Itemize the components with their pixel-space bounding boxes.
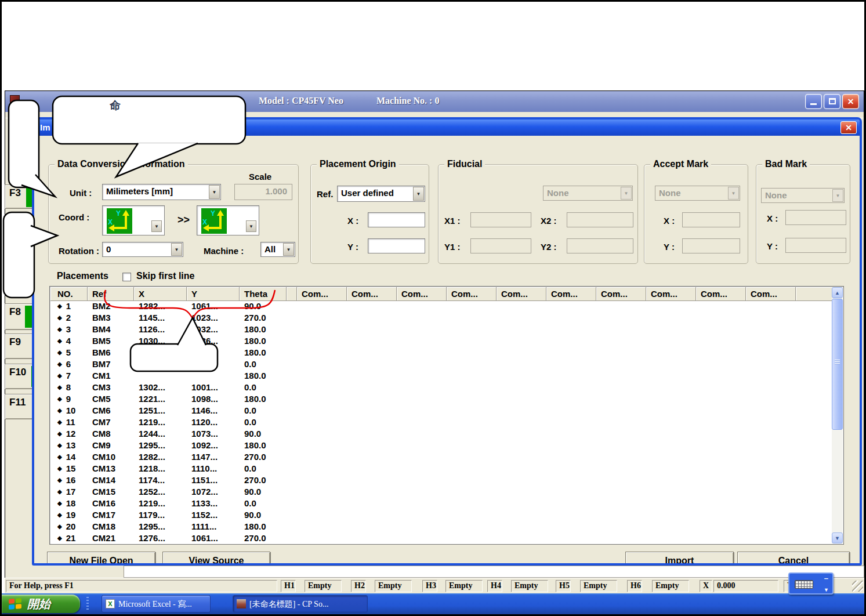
maximize-button[interactable] bbox=[824, 94, 840, 109]
table-row[interactable]: ◆10 CM6 1251... 1146... 0.0 bbox=[50, 405, 832, 417]
column-header-blank[interactable] bbox=[287, 287, 297, 301]
coord-target-dropdown[interactable]: Y X ▼ bbox=[197, 205, 259, 235]
status-h1-value: Empty bbox=[305, 580, 342, 592]
fkey-button-f11[interactable]: F11 bbox=[5, 394, 34, 419]
diamond-icon: ◆ bbox=[57, 303, 62, 309]
table-row[interactable]: ◆2 BM3 1145... 1023... 270.0 bbox=[50, 313, 832, 324]
scale-field: 1.000 bbox=[234, 184, 292, 200]
table-row[interactable]: ◆6 BM7 0.0 bbox=[50, 359, 832, 371]
start-button[interactable]: 開始 bbox=[2, 595, 80, 613]
column-header-y[interactable]: Y bbox=[187, 287, 240, 301]
chevron-down-icon[interactable]: ▼ bbox=[413, 187, 424, 201]
vertical-scrollbar[interactable]: ▲ ▼ bbox=[832, 287, 843, 543]
column-header-com[interactable]: Com... bbox=[347, 287, 397, 301]
table-row[interactable]: ◆4 BM5 1030... 1236... 180.0 bbox=[50, 336, 832, 347]
cell-theta: 90.0 bbox=[240, 510, 287, 521]
table-row[interactable]: ◆9 CM5 1221... 1098... 180.0 bbox=[50, 394, 832, 405]
accept-mark-value: None bbox=[655, 186, 727, 200]
cell-no: ◆21 bbox=[50, 533, 88, 543]
table-row[interactable]: ◆1 BM2 1282... 1061... 90.0 bbox=[50, 301, 832, 313]
diamond-icon: ◆ bbox=[57, 419, 62, 425]
chevron-down-icon[interactable]: ▼ bbox=[209, 185, 220, 199]
column-header-com[interactable]: Com... bbox=[297, 287, 347, 301]
group-legend: Placement Origin bbox=[317, 159, 399, 169]
column-header-com[interactable]: Com... bbox=[397, 287, 447, 301]
ref-dropdown[interactable]: User defined ▼ bbox=[337, 186, 425, 202]
view-source-button[interactable]: View Source bbox=[162, 552, 270, 566]
table-row[interactable]: ◆13 CM9 1295... 1092... 180.0 bbox=[50, 440, 832, 452]
column-header-ref[interactable]: Ref bbox=[88, 287, 134, 301]
origin-x-input[interactable] bbox=[368, 212, 425, 227]
table-row[interactable]: ◆8 CM3 1302... 1001... 0.0 bbox=[50, 382, 832, 394]
cell-theta: 270.0 bbox=[240, 452, 287, 463]
minimize-button[interactable] bbox=[805, 94, 822, 109]
minimize-icon[interactable]: – bbox=[824, 574, 828, 582]
table-row[interactable]: ◆11 CM7 1219... 1120... 0.0 bbox=[50, 417, 832, 429]
cancel-button[interactable]: Cancel bbox=[737, 552, 850, 566]
table-row[interactable]: ◆16 CM14 1174... 1151... 270.0 bbox=[50, 475, 832, 487]
column-header-com[interactable]: Com... bbox=[447, 287, 497, 301]
cell-no: ◆10 bbox=[50, 405, 88, 417]
cell-ref: BM4 bbox=[88, 324, 134, 336]
coord-source-dropdown[interactable]: Y X ▼ bbox=[102, 205, 165, 235]
language-bar-float[interactable]: – ▼ bbox=[788, 572, 834, 595]
taskbar-item-label: [未命名標題] - CP So... bbox=[249, 600, 328, 608]
rotation-dropdown[interactable]: 0 ▼ bbox=[102, 242, 183, 257]
cell-ref: BM3 bbox=[88, 313, 134, 324]
cell-x: 1218... bbox=[134, 463, 187, 475]
table-row[interactable]: ◆19 CM17 1179... 1152... 90.0 bbox=[50, 510, 832, 521]
column-header-no[interactable]: NO. bbox=[50, 287, 88, 301]
diamond-icon: ◆ bbox=[57, 349, 62, 356]
x-label: X : bbox=[347, 216, 358, 226]
resize-grip[interactable] bbox=[852, 581, 863, 592]
table-row[interactable]: ◆21 CM21 1276... 1061... 270.0 bbox=[50, 533, 832, 543]
unit-dropdown[interactable]: Milimeters [mm] ▼ bbox=[102, 184, 221, 200]
new-file-open-button[interactable]: New File Open bbox=[47, 552, 155, 566]
table-row[interactable]: ◆15 CM13 1218... 1110... 0.0 bbox=[50, 463, 832, 475]
machine-dropdown[interactable]: All ▼ bbox=[260, 242, 295, 257]
cell-ref: CM1 bbox=[88, 371, 134, 382]
table-row[interactable]: ◆12 CM8 1244... 1073... 90.0 bbox=[50, 429, 832, 440]
chevron-down-icon[interactable]: ▼ bbox=[283, 243, 294, 256]
taskbar-item-excel[interactable]: X Microsoft Excel - 寫... bbox=[102, 595, 211, 613]
table-row[interactable]: ◆17 CM15 1252... 1072... 90.0 bbox=[50, 487, 832, 498]
chevron-down-icon[interactable]: ▼ bbox=[171, 243, 182, 256]
fkey-label: F11 bbox=[9, 397, 26, 408]
diamond-icon: ◆ bbox=[57, 477, 62, 483]
cell-no: ◆11 bbox=[50, 417, 88, 429]
column-header-com[interactable]: Com... bbox=[696, 287, 746, 301]
table-row[interactable]: ◆18 CM16 1219... 1133... 0.0 bbox=[50, 498, 832, 510]
x1-label: X1 : bbox=[444, 216, 461, 226]
skip-first-line-checkbox[interactable] bbox=[122, 273, 131, 281]
scroll-down-icon[interactable]: ▼ bbox=[832, 532, 843, 543]
close-button[interactable]: ✕ bbox=[842, 94, 859, 109]
scrollbar-thumb[interactable] bbox=[832, 299, 843, 430]
chevron-down-icon[interactable]: ▼ bbox=[246, 220, 256, 232]
diamond-icon: ◆ bbox=[57, 372, 62, 379]
column-header-theta[interactable]: Theta bbox=[240, 287, 287, 301]
column-header-com[interactable]: Com... bbox=[646, 287, 696, 301]
column-header-com[interactable]: Com... bbox=[746, 287, 796, 301]
scroll-up-icon[interactable]: ▲ bbox=[832, 287, 843, 298]
column-header-com[interactable]: Com... bbox=[596, 287, 646, 301]
fkey-button-f9[interactable]: F9 bbox=[5, 334, 34, 359]
table-row[interactable]: ◆3 BM4 1126... 1032... 180.0 bbox=[50, 324, 832, 336]
column-header-com[interactable]: Com... bbox=[497, 287, 546, 301]
import-button[interactable]: Import bbox=[625, 552, 734, 566]
column-header-com[interactable]: Com... bbox=[546, 287, 596, 301]
cell-x: 1252... bbox=[134, 487, 187, 498]
keyboard-icon[interactable] bbox=[795, 580, 813, 589]
dialog-close-button[interactable]: ✕ bbox=[840, 121, 857, 134]
table-row[interactable]: ◆5 BM6 1030... 1241... 180.0 bbox=[50, 347, 832, 359]
cell-y: 1092... bbox=[187, 440, 240, 452]
table-row[interactable]: ◆7 CM1 180.0 bbox=[50, 371, 832, 382]
chevron-down-icon[interactable]: ▼ bbox=[824, 587, 829, 593]
table-row[interactable]: ◆20 CM18 1295... 1111... 180.0 bbox=[50, 521, 832, 533]
chevron-down-icon[interactable]: ▼ bbox=[151, 220, 162, 232]
origin-y-input[interactable] bbox=[368, 238, 425, 253]
status-h3-label: H3 bbox=[422, 580, 437, 592]
table-row[interactable]: ◆14 CM10 1282... 1147... 270.0 bbox=[50, 452, 832, 463]
taskbar-item-cp-software[interactable]: [未命名標題] - CP So... bbox=[233, 595, 368, 613]
column-header-x[interactable]: X bbox=[134, 287, 187, 301]
app-icon bbox=[10, 95, 20, 104]
